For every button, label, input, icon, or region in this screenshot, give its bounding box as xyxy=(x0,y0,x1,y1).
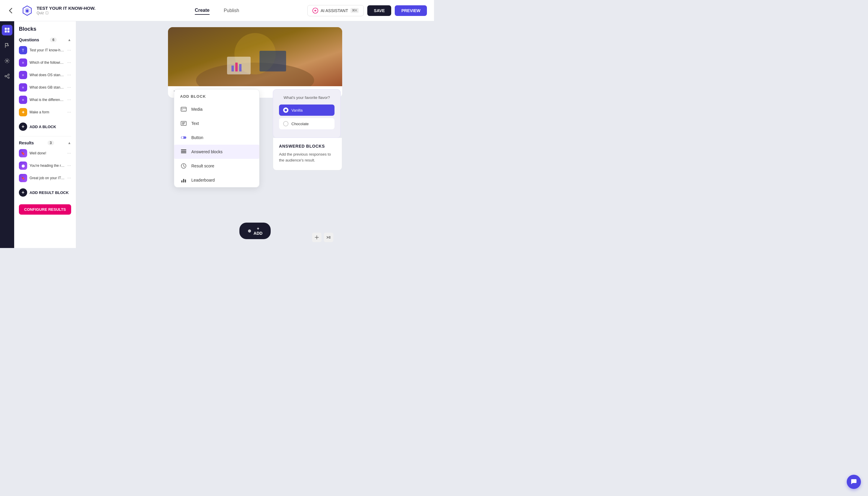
block-label: Great job on your IT knowled... xyxy=(30,176,65,180)
leaderboard-icon xyxy=(180,176,187,184)
results-label: Results xyxy=(19,141,34,145)
preview-card: What's your favorite flavor? Vanilla Cho… xyxy=(273,89,341,138)
questions-count: 6 xyxy=(50,37,57,42)
quiz-info: TEST YOUR IT KNOW-HOW. Quiz ⓘ xyxy=(36,5,95,16)
preview-button[interactable]: PREVIEW xyxy=(395,5,427,16)
add-button[interactable]: ⊕ + ADD xyxy=(239,222,271,239)
block-label: What is the difference betwe... xyxy=(30,98,65,102)
block-type-icon: ✚ xyxy=(19,108,27,116)
radio-option-vanilla[interactable]: Vanilla xyxy=(279,105,335,116)
grid-adjust-icon[interactable] xyxy=(312,233,322,242)
block-label: You're heading the right way. xyxy=(30,164,65,168)
add-circle-icon: + xyxy=(19,123,27,131)
list-item[interactable]: T Test your IT know-how ··· xyxy=(14,44,76,57)
add-block-media-label: Media xyxy=(191,107,203,112)
list-item[interactable]: ⬤ You're heading the right way. ··· xyxy=(14,159,76,172)
list-item[interactable]: ✚ Make a form ··· xyxy=(14,106,76,119)
list-item[interactable]: ≡ What does GB stand for? ··· xyxy=(14,81,76,94)
sidebar-item-flag[interactable] xyxy=(2,40,12,51)
ai-assistant-button[interactable]: AI ASSISTANT ⌘K xyxy=(307,5,364,16)
save-button[interactable]: SAVE xyxy=(367,5,391,16)
svg-rect-19 xyxy=(235,63,238,72)
block-type-icon: T xyxy=(19,46,27,54)
info-icon[interactable]: ⓘ xyxy=(45,11,49,16)
tab-create[interactable]: Create xyxy=(195,6,210,15)
sidebar-item-blocks[interactable] xyxy=(2,25,12,35)
list-item[interactable]: 🔖 Well done! ··· xyxy=(14,147,76,159)
results-chevron: ▲ xyxy=(67,141,71,145)
block-menu-dots[interactable]: ··· xyxy=(67,85,71,90)
add-block-item-result-score[interactable]: Result score xyxy=(174,159,259,173)
adjust-icons xyxy=(312,233,333,242)
add-block-leaderboard-label: Leaderboard xyxy=(191,178,215,183)
answered-blocks-description: ANSWERED BLOCKS Add the previous respons… xyxy=(273,138,342,170)
sidebar-item-share[interactable] xyxy=(2,71,12,81)
quiz-subtitle: Quiz ⓘ xyxy=(36,11,95,16)
radio-option-chocolate[interactable]: Chocolate xyxy=(279,118,335,129)
result-type-icon: 🔖 xyxy=(19,149,27,157)
quiz-title: TEST YOUR IT KNOW-HOW. xyxy=(36,5,95,11)
block-menu-dots[interactable]: ··· xyxy=(67,48,71,53)
svg-rect-15 xyxy=(227,57,251,74)
svg-rect-30 xyxy=(181,181,183,183)
canvas-card: Which of the following is not xyxy=(168,27,342,98)
back-button[interactable] xyxy=(7,5,33,17)
svg-rect-26 xyxy=(181,150,186,150)
configure-results-button[interactable]: CONFIGURE RESULTS xyxy=(19,204,71,215)
icon-bar xyxy=(0,21,14,248)
results-section-header[interactable]: Results 3 ▲ xyxy=(14,139,76,147)
block-menu-dots[interactable]: ··· xyxy=(67,60,71,65)
ai-icon xyxy=(312,8,318,14)
block-menu-dots[interactable]: ··· xyxy=(67,110,71,115)
block-menu-dots[interactable]: ··· xyxy=(67,175,71,181)
block-type-icon: ≡ xyxy=(19,83,27,92)
add-block-item-button[interactable]: Button xyxy=(174,130,259,145)
svg-point-25 xyxy=(182,137,184,139)
block-menu-dots[interactable]: ··· xyxy=(67,97,71,103)
add-block-result-score-label: Result score xyxy=(191,164,214,168)
answered-blocks-title: ANSWERED BLOCKS xyxy=(279,144,336,149)
block-label: Well done! xyxy=(30,151,65,155)
svg-rect-5 xyxy=(7,28,10,30)
add-block-text-label: Text xyxy=(191,121,199,126)
add-block-item-leaderboard[interactable]: Leaderboard xyxy=(174,173,259,187)
questions-label: Questions xyxy=(19,37,39,42)
svg-point-10 xyxy=(5,76,6,77)
block-label: What does OS stand for? xyxy=(30,73,65,77)
list-item[interactable]: 🔖 Great job on your IT knowled... ··· xyxy=(14,172,76,184)
block-type-icon: ≡ xyxy=(19,59,27,67)
svg-rect-16 xyxy=(260,51,286,72)
svg-rect-28 xyxy=(181,152,186,153)
add-block-item-text[interactable]: Text xyxy=(174,116,259,130)
svg-rect-31 xyxy=(183,179,184,183)
block-label: Which of the following is not ... xyxy=(30,61,65,65)
block-menu-dots[interactable]: ··· xyxy=(67,151,71,156)
add-block-item-media[interactable]: Media xyxy=(174,102,259,116)
block-menu-dots[interactable]: ··· xyxy=(67,163,71,168)
block-type-icon: ≡ xyxy=(19,96,27,104)
tab-publish[interactable]: Publish xyxy=(224,7,239,14)
add-block-label: ADD A BLOCK xyxy=(30,125,56,129)
svg-point-8 xyxy=(6,60,8,62)
add-block-item-answered[interactable]: Answered blocks xyxy=(174,145,259,159)
questions-section-header[interactable]: Questions 6 ▲ xyxy=(14,36,76,44)
main-layout: Blocks Questions 6 ▲ T Test your IT know… xyxy=(0,21,434,248)
list-item[interactable]: ≡ What is the difference betwe... ··· xyxy=(14,94,76,106)
add-icon: ⊕ xyxy=(248,229,251,233)
topnav-center: Create Publish xyxy=(195,6,239,15)
topnav-right: AI ASSISTANT ⌘K SAVE PREVIEW xyxy=(307,5,427,16)
sidebar-item-settings[interactable] xyxy=(2,56,12,66)
text-icon xyxy=(180,120,187,127)
results-count: 3 xyxy=(48,141,54,145)
blocks-panel: Blocks Questions 6 ▲ T Test your IT know… xyxy=(14,21,76,248)
media-icon xyxy=(180,106,187,113)
add-result-label: ADD RESULT BLOCK xyxy=(30,190,69,195)
add-result-block-button[interactable]: + ADD RESULT BLOCK xyxy=(14,185,76,200)
list-item[interactable]: ≡ What does OS stand for? ··· xyxy=(14,69,76,81)
block-menu-dots[interactable]: ··· xyxy=(67,72,71,78)
add-block-button[interactable]: + ADD A BLOCK xyxy=(14,120,76,134)
block-label: What does GB stand for? xyxy=(30,85,65,90)
layout-adjust-icon[interactable] xyxy=(324,233,333,242)
canvas-image xyxy=(168,27,342,86)
list-item[interactable]: ≡ Which of the following is not ... ··· xyxy=(14,57,76,69)
